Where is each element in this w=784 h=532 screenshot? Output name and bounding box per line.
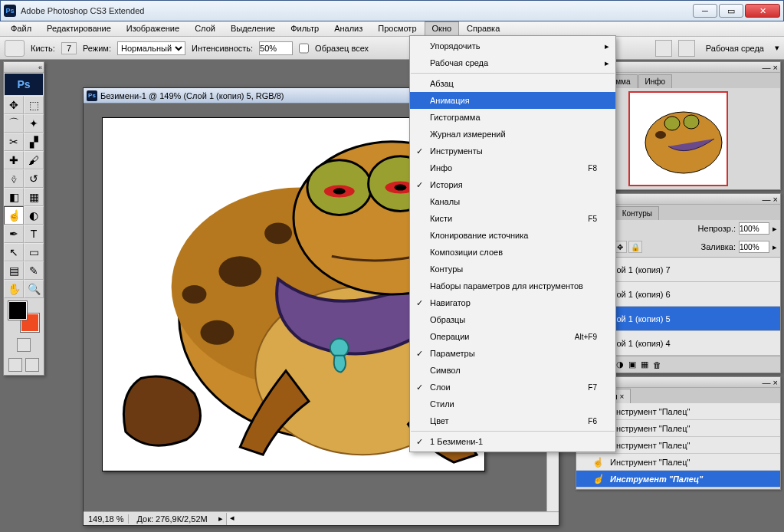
screen-mode2-icon[interactable] [25, 358, 39, 372]
crop-tool[interactable]: ✂ [4, 133, 24, 151]
panel-minimize-icon[interactable]: — [763, 378, 771, 387]
menu-фильтр[interactable]: Фильтр [283, 21, 326, 36]
lock-all-icon[interactable]: 🔒 [628, 241, 642, 253]
toolbox-header[interactable]: « [4, 62, 44, 73]
mode-select[interactable]: Нормальный [117, 41, 185, 55]
lasso-tool[interactable]: ⌒ [4, 114, 24, 133]
adjust-icon[interactable]: ◑ [616, 360, 624, 369]
menu-item[interactable]: Наборы параметров для инструментов [410, 277, 615, 294]
menu-файл[interactable]: Файл [3, 21, 39, 36]
panel-close-icon[interactable]: × [773, 195, 778, 204]
menu-справка[interactable]: Справка [459, 21, 507, 36]
wand-tool[interactable]: ✦ [24, 114, 44, 133]
tab-paths[interactable]: Контуры [615, 206, 659, 220]
workspace-icon[interactable] [678, 40, 695, 57]
tab-info[interactable]: Инфо [638, 74, 673, 88]
move-tool[interactable]: ✥ [4, 96, 24, 114]
panel-minimize-icon[interactable]: — [763, 195, 771, 204]
slice-tool[interactable]: ▞ [24, 133, 44, 151]
notes-tool[interactable]: ▤ [4, 261, 24, 280]
standard-mode-icon[interactable] [17, 338, 31, 352]
menu-item[interactable]: Стили [410, 396, 615, 412]
color-swatches[interactable] [8, 301, 39, 332]
doc-info[interactable]: Док: 276,9К/2,52М [129, 514, 215, 524]
menu-item[interactable]: Анимация [410, 92, 615, 109]
history-row[interactable]: ☝Инструмент "Палец" [576, 454, 780, 471]
path-tool[interactable]: ↖ [4, 243, 24, 261]
opacity-arrow-icon[interactable]: ▸ [773, 224, 777, 234]
new-layer-icon[interactable]: ▦ [641, 360, 648, 369]
dodge-tool[interactable]: ◐ [24, 206, 44, 225]
gradient-tool[interactable]: ▦ [24, 188, 44, 206]
menu-item[interactable]: ✓Параметры [410, 345, 615, 362]
menu-item[interactable]: Символ [410, 362, 615, 379]
history-brush-tool[interactable]: ↺ [24, 169, 44, 188]
menu-item[interactable]: ✓История [410, 176, 615, 193]
menu-анализ[interactable]: Анализ [326, 21, 370, 36]
bridge-icon[interactable] [655, 40, 672, 57]
workspace-label[interactable]: Рабочая среда [701, 44, 769, 53]
nav-thumbnail[interactable] [628, 91, 728, 186]
intensity-input[interactable] [259, 41, 293, 55]
panel-minimize-icon[interactable]: — [763, 63, 771, 72]
menu-item[interactable]: Упорядочить▸ [410, 38, 615, 54]
menu-item[interactable]: ✓1 Безимени-1 [410, 433, 615, 450]
menu-item[interactable]: ✓СлоиF7 [410, 379, 615, 396]
marquee-tool[interactable]: ⬚ [24, 96, 44, 114]
menu-item[interactable]: Гистограмма [410, 109, 615, 126]
menu-item[interactable]: ОперацииAlt+F9 [410, 328, 615, 345]
type-tool[interactable]: T [24, 225, 44, 243]
menu-item[interactable]: ЦветF6 [410, 412, 615, 429]
maximize-button[interactable]: ▭ [719, 4, 743, 18]
brush-size[interactable]: 7 [61, 42, 77, 54]
stamp-tool[interactable]: ⎀ [4, 169, 24, 188]
trash-icon[interactable]: 🗑 [653, 360, 661, 369]
eraser-tool[interactable]: ◧ [4, 188, 24, 206]
menu-редактирование[interactable]: Редактирование [39, 21, 119, 36]
menu-просмотр[interactable]: Просмотр [370, 21, 424, 36]
menu-слой[interactable]: Слой [187, 21, 223, 36]
menu-item[interactable]: ИнфоF8 [410, 159, 615, 176]
history-row[interactable]: ☝Инструмент "Палец" [576, 471, 780, 488]
zoom-tool[interactable]: 🔍 [24, 280, 44, 298]
screen-mode-icon[interactable] [8, 358, 22, 372]
menu-item[interactable]: Клонирование источника [410, 227, 615, 244]
sample-all-checkbox[interactable] [299, 41, 309, 55]
panel-close-icon[interactable]: × [773, 63, 778, 72]
folder-icon[interactable]: ▣ [628, 360, 636, 369]
menu-item[interactable]: КистиF5 [410, 210, 615, 227]
eyedropper-tool[interactable]: ✎ [24, 261, 44, 280]
menu-item[interactable]: Рабочая среда▸ [410, 54, 615, 71]
horizontal-scrollbar[interactable]: ◂ [226, 513, 559, 525]
panel-close-icon[interactable]: × [773, 378, 778, 387]
minimize-button[interactable]: ─ [693, 4, 717, 18]
menu-item[interactable]: Каналы [410, 193, 615, 210]
brush-tool[interactable]: 🖌 [24, 151, 44, 169]
svg-point-8 [330, 339, 349, 357]
smudge-tool[interactable]: ☝ [4, 206, 24, 225]
zoom-level[interactable]: 149,18 % [84, 514, 129, 524]
menu-item[interactable]: Композиции слоев [410, 244, 615, 261]
menu-item[interactable]: Образцы [410, 311, 615, 328]
menu-item[interactable]: Журнал измерений [410, 126, 615, 143]
opacity-input[interactable] [739, 222, 769, 235]
shape-tool[interactable]: ▭ [24, 243, 44, 261]
fill-arrow-icon[interactable]: ▸ [773, 242, 777, 252]
menu-изображение[interactable]: Изображение [119, 21, 187, 36]
menu-item[interactable]: Контуры [410, 261, 615, 277]
menu-item[interactable]: ✓Навигатор [410, 294, 615, 311]
tool-preset-icon[interactable] [5, 40, 25, 57]
menu-выделение[interactable]: Выделение [223, 21, 283, 36]
menu-item[interactable]: Абзац [410, 75, 615, 92]
toolbox: « Ps ✥ ⬚ ⌒ ✦ ✂ ▞ ✚ 🖌 ⎀ ↺ ◧ ▦ ☝ ◐ ✒ T ↖ ▭… [3, 61, 44, 376]
menu-окно[interactable]: Окно [425, 21, 460, 36]
fill-input[interactable] [739, 241, 769, 253]
foreground-color[interactable] [8, 301, 27, 320]
hand-tool[interactable]: ✋ [4, 280, 24, 298]
pen-tool[interactable]: ✒ [4, 225, 24, 243]
doc-icon: Ps [87, 90, 97, 101]
info-arrow-icon[interactable]: ▸ [215, 514, 226, 524]
menu-item[interactable]: ✓Инструменты [410, 143, 615, 159]
heal-tool[interactable]: ✚ [4, 151, 24, 169]
close-button[interactable]: ✕ [745, 4, 780, 18]
